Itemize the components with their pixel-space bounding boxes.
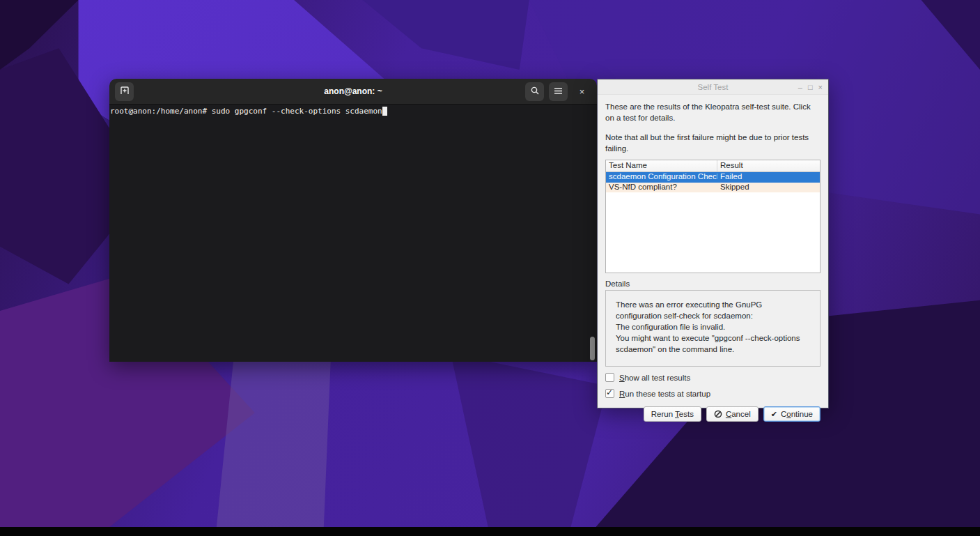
details-line: You might want to execute "gpgconf --che… bbox=[616, 333, 810, 355]
details-box: There was an error executing the GnuPG c… bbox=[605, 290, 820, 367]
checkbox-label: Run these tests at startup bbox=[619, 390, 710, 398]
result-cell: Skipped bbox=[717, 183, 820, 193]
search-icon bbox=[530, 86, 540, 98]
terminal-scrollbar[interactable] bbox=[589, 105, 597, 362]
dialog-close-button[interactable]: × bbox=[818, 84, 823, 91]
checkbox[interactable]: ✓ bbox=[605, 389, 614, 398]
rerun-tests-button[interactable]: Rerun Tests bbox=[644, 406, 701, 422]
terminal-screen[interactable]: root@anon:/home/anon# sudo gpgconf --che… bbox=[109, 105, 597, 362]
table-row[interactable]: scdaemon Configuration Check Failed bbox=[606, 172, 820, 183]
details-label: Details bbox=[605, 280, 820, 288]
terminal-cursor bbox=[382, 107, 387, 116]
close-button[interactable]: × bbox=[573, 82, 591, 101]
minimize-button[interactable]: – bbox=[798, 84, 802, 91]
new-tab-button[interactable] bbox=[115, 82, 134, 101]
details-line: There was an error executing the GnuPG c… bbox=[616, 300, 810, 322]
result-cell: Failed bbox=[717, 172, 820, 183]
run-at-startup-checkbox-row[interactable]: ✓ Run these tests at startup bbox=[605, 389, 820, 398]
test-name-cell: VS-NfD compliant? bbox=[606, 183, 717, 193]
terminal-prompt-line: root@anon:/home/anon# sudo gpgconf --che… bbox=[110, 107, 382, 116]
button-label: Rerun Tests bbox=[651, 410, 694, 418]
terminal-window: anon@anon: ~ bbox=[109, 79, 597, 362]
close-icon: × bbox=[580, 86, 585, 97]
button-label: Cancel bbox=[726, 410, 751, 418]
column-header-result[interactable]: Result bbox=[717, 160, 820, 171]
details-line: The configuration file is invalid. bbox=[616, 322, 810, 333]
search-button[interactable] bbox=[525, 82, 544, 101]
show-all-results-checkbox-row[interactable]: ✓ Show all test results bbox=[605, 373, 820, 382]
new-tab-icon bbox=[120, 86, 130, 98]
terminal-title: anon@anon: ~ bbox=[109, 86, 597, 96]
button-label: Continue bbox=[781, 410, 813, 418]
circle-slash-icon bbox=[714, 410, 722, 418]
checkbox[interactable]: ✓ bbox=[605, 373, 614, 382]
checkmark-icon: ✓ bbox=[606, 388, 613, 397]
intro-text: These are the results of the Kleopatra s… bbox=[605, 101, 820, 123]
column-header-test-name[interactable]: Test Name bbox=[606, 160, 717, 171]
scrollbar-thumb[interactable] bbox=[590, 337, 595, 360]
table-row[interactable]: VS-NfD compliant? Skipped bbox=[606, 183, 820, 193]
note-text: Note that all but the first failure migh… bbox=[605, 132, 820, 154]
terminal-titlebar[interactable]: anon@anon: ~ bbox=[109, 79, 597, 105]
bottom-black-bar bbox=[0, 527, 980, 536]
check-icon: ✔ bbox=[771, 411, 777, 418]
self-test-dialog: Self Test – □ × These are the results of… bbox=[597, 79, 829, 408]
dialog-title: Self Test bbox=[698, 83, 729, 91]
test-results-table: Test Name Result scdaemon Configuration … bbox=[605, 160, 820, 273]
continue-button[interactable]: ✔ Continue bbox=[763, 406, 820, 422]
maximize-button[interactable]: □ bbox=[808, 84, 813, 91]
table-header-row: Test Name Result bbox=[606, 160, 820, 172]
dialog-titlebar[interactable]: Self Test – □ × bbox=[598, 79, 828, 95]
desktop: anon@anon: ~ bbox=[0, 0, 980, 536]
test-name-cell: scdaemon Configuration Check bbox=[606, 172, 717, 183]
hamburger-menu-icon bbox=[554, 86, 563, 97]
menu-button[interactable] bbox=[549, 82, 568, 101]
checkbox-label: Show all test results bbox=[619, 374, 690, 382]
cancel-button[interactable]: Cancel bbox=[706, 406, 759, 422]
